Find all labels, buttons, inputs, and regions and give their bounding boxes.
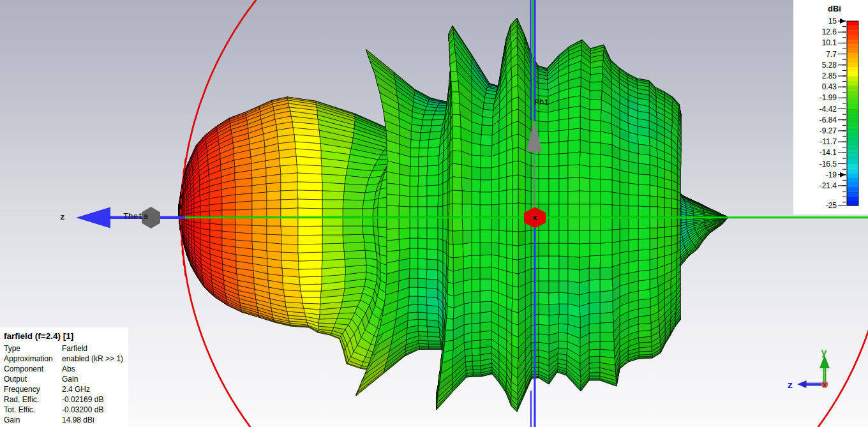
svg-text:enabled (kR >> 1): enabled (kR >> 1) — [62, 354, 123, 363]
svg-text:x: x — [822, 381, 827, 390]
svg-text:-0.03200 dB: -0.03200 dB — [62, 405, 103, 414]
svg-text:Output: Output — [4, 375, 27, 384]
svg-text:10.1: 10.1 — [822, 38, 837, 47]
svg-text:Abs: Abs — [62, 364, 75, 373]
svg-text:Tot. Effic.: Tot. Effic. — [4, 405, 35, 414]
svg-text:Gain: Gain — [62, 375, 78, 384]
svg-text:Frequency: Frequency — [4, 385, 40, 394]
svg-text:Approximation: Approximation — [4, 354, 53, 363]
svg-text:x: x — [532, 214, 537, 223]
svg-text:-21.4: -21.4 — [819, 181, 837, 190]
svg-text:-25: -25 — [826, 201, 837, 210]
svg-text:Rad. Effic.: Rad. Effic. — [4, 395, 39, 404]
svg-text:12.6: 12.6 — [822, 27, 837, 36]
svg-text:Farfield: Farfield — [62, 344, 87, 353]
svg-text:y: y — [821, 348, 827, 359]
svg-text:dBi: dBi — [828, 4, 841, 13]
svg-text:-16.5: -16.5 — [819, 160, 837, 169]
svg-text:-6.84: -6.84 — [819, 116, 837, 124]
svg-text:Theta: Theta — [123, 212, 148, 221]
svg-text:-0.02169 dB: -0.02169 dB — [62, 395, 103, 404]
svg-text:-11.7: -11.7 — [820, 137, 837, 146]
svg-text:-9.27: -9.27 — [819, 126, 837, 135]
svg-text:Phi: Phi — [534, 98, 550, 107]
svg-text:-1.99: -1.99 — [819, 93, 837, 102]
svg-text:z: z — [60, 213, 65, 222]
svg-text:14.98 dBi: 14.98 dBi — [62, 416, 94, 424]
svg-text:2.4 GHz: 2.4 GHz — [62, 385, 90, 394]
svg-text:-4.42: -4.42 — [819, 105, 837, 114]
svg-text:Component: Component — [4, 364, 44, 373]
svg-text:Type: Type — [4, 344, 20, 353]
svg-text:2.85: 2.85 — [822, 71, 837, 80]
svg-text:0.43: 0.43 — [822, 82, 837, 91]
svg-text:-14.1: -14.1 — [819, 148, 837, 157]
svg-text:farfield (f=2.4) [1]: farfield (f=2.4) [1] — [4, 331, 73, 341]
svg-text:-19: -19 — [826, 170, 837, 179]
svg-text:z: z — [787, 380, 793, 391]
svg-text:7.7: 7.7 — [826, 50, 837, 59]
svg-text:5.28: 5.28 — [822, 61, 837, 70]
svg-text:15: 15 — [828, 17, 837, 26]
svg-text:Gain: Gain — [4, 416, 20, 424]
